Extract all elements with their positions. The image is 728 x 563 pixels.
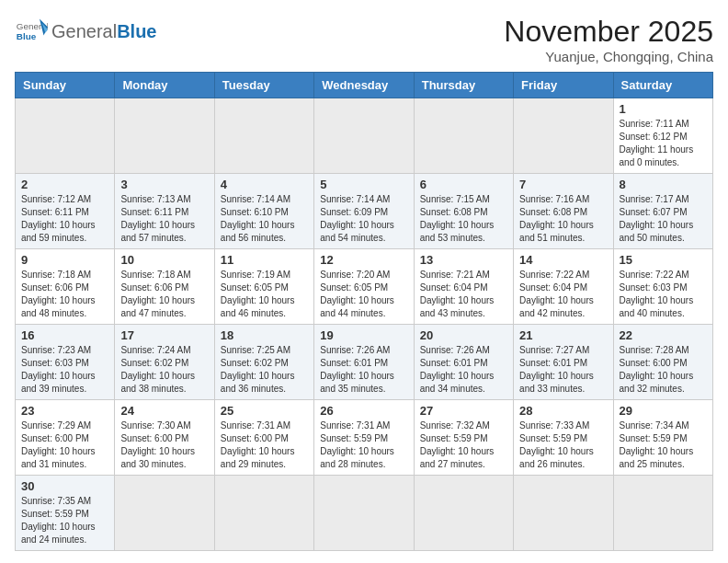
day-info: Sunrise: 7:25 AM Sunset: 6:02 PM Dayligh…: [221, 344, 308, 396]
calendar-cell: 24Sunrise: 7:30 AM Sunset: 6:00 PM Dayli…: [115, 400, 214, 476]
calendar-cell: [16, 98, 115, 174]
weekday-header-wednesday: Wednesday: [314, 73, 414, 98]
day-info: Sunrise: 7:19 AM Sunset: 6:05 PM Dayligh…: [221, 269, 308, 320]
logo-blue-text: Blue: [117, 21, 156, 41]
calendar-cell: 2Sunrise: 7:12 AM Sunset: 6:11 PM Daylig…: [16, 174, 115, 249]
calendar-cell: [115, 476, 214, 551]
day-info: Sunrise: 7:14 AM Sunset: 6:10 PM Dayligh…: [221, 193, 308, 245]
weekday-header-friday: Friday: [514, 73, 613, 98]
day-number: 12: [320, 253, 407, 267]
calendar-cell: 15Sunrise: 7:22 AM Sunset: 6:03 PM Dayli…: [613, 249, 712, 325]
day-info: Sunrise: 7:18 AM Sunset: 6:06 PM Dayligh…: [120, 269, 208, 320]
calendar-cell: 8Sunrise: 7:17 AM Sunset: 6:07 PM Daylig…: [613, 174, 712, 249]
day-number: 10: [120, 253, 208, 267]
day-info: Sunrise: 7:13 AM Sunset: 6:11 PM Dayligh…: [120, 193, 208, 245]
calendar-cell: 7Sunrise: 7:16 AM Sunset: 6:08 PM Daylig…: [514, 174, 613, 249]
day-info: Sunrise: 7:20 AM Sunset: 6:05 PM Dayligh…: [320, 269, 407, 320]
day-info: Sunrise: 7:31 AM Sunset: 5:59 PM Dayligh…: [320, 419, 407, 471]
title-area: November 2025 Yuanjue, Chongqing, China: [504, 15, 713, 64]
logo-icon: General Blue: [15, 15, 48, 48]
calendar-row-5: 30Sunrise: 7:35 AM Sunset: 5:59 PM Dayli…: [16, 476, 713, 551]
logo: General Blue GeneralBlue: [15, 15, 157, 48]
day-number: 13: [420, 253, 507, 267]
calendar-cell: 3Sunrise: 7:13 AM Sunset: 6:11 PM Daylig…: [115, 174, 214, 249]
calendar-cell: 30Sunrise: 7:35 AM Sunset: 5:59 PM Dayli…: [16, 476, 115, 551]
calendar-row-3: 16Sunrise: 7:23 AM Sunset: 6:03 PM Dayli…: [16, 325, 713, 400]
day-number: 15: [620, 253, 707, 267]
day-info: Sunrise: 7:16 AM Sunset: 6:08 PM Dayligh…: [519, 193, 607, 245]
day-number: 5: [320, 178, 407, 191]
month-title: November 2025: [504, 15, 713, 49]
day-info: Sunrise: 7:24 AM Sunset: 6:02 PM Dayligh…: [120, 344, 208, 396]
day-number: 26: [320, 404, 407, 418]
calendar-row-2: 9Sunrise: 7:18 AM Sunset: 6:06 PM Daylig…: [16, 249, 713, 325]
calendar-cell: [115, 98, 214, 174]
calendar-cell: 28Sunrise: 7:33 AM Sunset: 5:59 PM Dayli…: [514, 400, 613, 476]
calendar-cell: 5Sunrise: 7:14 AM Sunset: 6:09 PM Daylig…: [314, 174, 414, 249]
day-number: 24: [120, 404, 208, 418]
logo-general-text: General: [51, 21, 117, 41]
day-number: 20: [420, 328, 507, 342]
day-info: Sunrise: 7:35 AM Sunset: 5:59 PM Dayligh…: [21, 495, 108, 546]
calendar-cell: 1Sunrise: 7:11 AM Sunset: 6:12 PM Daylig…: [613, 98, 712, 174]
day-info: Sunrise: 7:18 AM Sunset: 6:06 PM Dayligh…: [21, 269, 108, 320]
day-number: 27: [420, 404, 507, 418]
day-number: 29: [620, 404, 707, 418]
svg-text:Blue: Blue: [17, 31, 37, 41]
day-info: Sunrise: 7:12 AM Sunset: 6:11 PM Dayligh…: [21, 193, 108, 245]
calendar: SundayMondayTuesdayWednesdayThursdayFrid…: [15, 72, 713, 551]
day-info: Sunrise: 7:26 AM Sunset: 6:01 PM Dayligh…: [320, 344, 407, 396]
calendar-cell: 22Sunrise: 7:28 AM Sunset: 6:00 PM Dayli…: [613, 325, 712, 400]
day-number: 9: [21, 253, 108, 267]
day-info: Sunrise: 7:11 AM Sunset: 6:12 PM Dayligh…: [620, 118, 707, 169]
calendar-cell: 13Sunrise: 7:21 AM Sunset: 6:04 PM Dayli…: [414, 249, 513, 325]
calendar-cell: [314, 98, 414, 174]
day-number: 18: [221, 328, 308, 342]
calendar-cell: [514, 98, 613, 174]
day-info: Sunrise: 7:29 AM Sunset: 6:00 PM Dayligh…: [21, 419, 108, 471]
day-number: 21: [519, 328, 607, 342]
calendar-cell: 18Sunrise: 7:25 AM Sunset: 6:02 PM Dayli…: [214, 325, 313, 400]
calendar-cell: 17Sunrise: 7:24 AM Sunset: 6:02 PM Dayli…: [115, 325, 214, 400]
calendar-cell: 27Sunrise: 7:32 AM Sunset: 5:59 PM Dayli…: [414, 400, 513, 476]
calendar-cell: 23Sunrise: 7:29 AM Sunset: 6:00 PM Dayli…: [16, 400, 115, 476]
day-number: 23: [21, 404, 108, 418]
day-number: 2: [21, 178, 108, 191]
day-number: 7: [519, 178, 607, 191]
day-number: 16: [21, 328, 108, 342]
day-number: 17: [120, 328, 208, 342]
day-number: 28: [519, 404, 607, 418]
calendar-row-0: 1Sunrise: 7:11 AM Sunset: 6:12 PM Daylig…: [16, 98, 713, 174]
day-info: Sunrise: 7:31 AM Sunset: 6:00 PM Dayligh…: [221, 419, 308, 471]
calendar-cell: [414, 476, 513, 551]
day-number: 4: [221, 178, 308, 191]
calendar-cell: 6Sunrise: 7:15 AM Sunset: 6:08 PM Daylig…: [414, 174, 513, 249]
day-info: Sunrise: 7:28 AM Sunset: 6:00 PM Dayligh…: [620, 344, 707, 396]
calendar-cell: 12Sunrise: 7:20 AM Sunset: 6:05 PM Dayli…: [314, 249, 414, 325]
day-number: 3: [120, 178, 208, 191]
calendar-row-1: 2Sunrise: 7:12 AM Sunset: 6:11 PM Daylig…: [16, 174, 713, 249]
day-info: Sunrise: 7:27 AM Sunset: 6:01 PM Dayligh…: [519, 344, 607, 396]
day-info: Sunrise: 7:17 AM Sunset: 6:07 PM Dayligh…: [620, 193, 707, 245]
calendar-cell: [514, 476, 613, 551]
calendar-cell: 9Sunrise: 7:18 AM Sunset: 6:06 PM Daylig…: [16, 249, 115, 325]
calendar-cell: 25Sunrise: 7:31 AM Sunset: 6:00 PM Dayli…: [214, 400, 313, 476]
weekday-header-row: SundayMondayTuesdayWednesdayThursdayFrid…: [16, 73, 713, 98]
day-info: Sunrise: 7:14 AM Sunset: 6:09 PM Dayligh…: [320, 193, 407, 245]
day-info: Sunrise: 7:23 AM Sunset: 6:03 PM Dayligh…: [21, 344, 108, 396]
day-number: 22: [620, 328, 707, 342]
calendar-cell: [214, 98, 313, 174]
day-info: Sunrise: 7:34 AM Sunset: 5:59 PM Dayligh…: [620, 419, 707, 471]
weekday-header-monday: Monday: [115, 73, 214, 98]
calendar-cell: 16Sunrise: 7:23 AM Sunset: 6:03 PM Dayli…: [16, 325, 115, 400]
day-info: Sunrise: 7:32 AM Sunset: 5:59 PM Dayligh…: [420, 419, 507, 471]
day-number: 1: [620, 102, 707, 116]
day-info: Sunrise: 7:22 AM Sunset: 6:04 PM Dayligh…: [519, 269, 607, 320]
day-number: 6: [420, 178, 507, 191]
day-info: Sunrise: 7:26 AM Sunset: 6:01 PM Dayligh…: [420, 344, 507, 396]
day-info: Sunrise: 7:21 AM Sunset: 6:04 PM Dayligh…: [420, 269, 507, 320]
header: General Blue GeneralBlue November 2025 Y…: [15, 15, 713, 64]
weekday-header-thursday: Thursday: [414, 73, 513, 98]
day-info: Sunrise: 7:15 AM Sunset: 6:08 PM Dayligh…: [420, 193, 507, 245]
day-number: 8: [620, 178, 707, 191]
